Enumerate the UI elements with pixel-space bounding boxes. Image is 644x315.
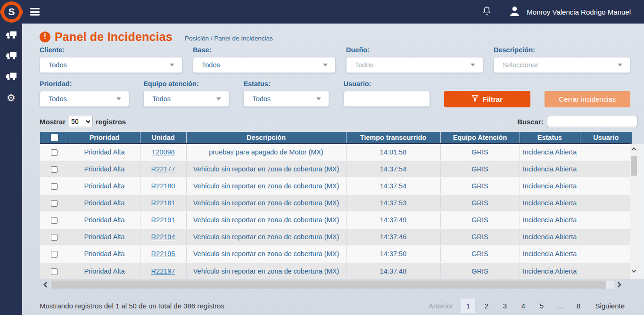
row-checkbox[interactable] — [51, 149, 58, 156]
sidebar-item-vehicles-2[interactable] — [0, 50, 22, 63]
cerrar-button-label: Cerrar incidencias — [559, 95, 616, 103]
cerrar-incidencias-button[interactable]: Cerrar incidencias — [545, 91, 630, 107]
notifications-bell-icon[interactable] — [482, 6, 491, 18]
cell-prioridad: Prioridad Alta — [69, 228, 140, 245]
vertical-scroll-thumb[interactable] — [631, 156, 637, 176]
pagination-previous[interactable]: Anterior — [423, 299, 459, 313]
filter-row-1: Cliente: Todos Base: Todos Dueño: Todos … — [40, 46, 630, 73]
pagination-page[interactable]: 5 — [534, 299, 549, 313]
column-header-prioridad[interactable]: Prioridad — [69, 132, 140, 144]
filter-label-usuario: Usuario: — [344, 80, 430, 88]
table-row[interactable]: Prioridad Alta R22197 Vehículo sin repor… — [40, 262, 632, 279]
row-checkbox[interactable] — [51, 251, 58, 258]
table-edge-strip — [638, 144, 644, 279]
cell-descripcion: Vehículo sin reportar en zona de cobertu… — [186, 161, 346, 178]
cell-descripcion: Vehículo sin reportar en zona de cobertu… — [186, 211, 346, 228]
cell-equipo: GRIS — [440, 228, 520, 245]
table-row[interactable]: Prioridad Alta R22180 Vehículo sin repor… — [40, 178, 632, 194]
unit-link[interactable]: R22181 — [151, 199, 175, 207]
scroll-right-button[interactable] — [614, 280, 625, 289]
pagination-page[interactable]: 8 — [571, 299, 586, 313]
vertical-scrollbar[interactable] — [630, 144, 638, 279]
truck-icon — [6, 31, 17, 41]
unit-link[interactable]: R22194 — [151, 233, 175, 241]
unit-link[interactable]: R22197 — [151, 267, 175, 275]
table-row[interactable]: Prioridad Alta R22195 Vehículo sin repor… — [40, 245, 632, 262]
app-logo[interactable]: S — [1, 1, 22, 23]
column-header-tiempo[interactable]: Tiempo transcurrido — [346, 132, 440, 144]
topbar: S Monroy Valencia Rodrigo Manuel — [0, 0, 644, 24]
pagination-page[interactable]: … — [553, 299, 567, 313]
column-header-descripcion[interactable]: Descripción — [186, 132, 346, 144]
user-avatar-icon[interactable] — [508, 5, 521, 19]
unit-link[interactable]: R22191 — [151, 216, 175, 224]
column-header-equipo[interactable]: Equipo Atención — [440, 132, 520, 144]
search-input[interactable] — [547, 116, 637, 127]
unit-link[interactable]: R22180 — [151, 182, 175, 190]
page-size-select[interactable]: 50 — [69, 116, 92, 127]
filter-label-base: Base: — [193, 46, 336, 54]
unit-link[interactable]: T20098 — [151, 148, 174, 156]
filter-usuario: Usuario: — [344, 80, 430, 107]
sidebar-item-settings[interactable]: ⚙ — [0, 91, 22, 105]
filtrar-button[interactable]: Filtrar — [444, 91, 530, 107]
table-row[interactable]: Prioridad Alta T20098 pruebas para apaga… — [40, 144, 632, 161]
horizontal-scrollbar[interactable] — [40, 280, 625, 289]
horizontal-scroll-track[interactable] — [50, 281, 614, 289]
user-name[interactable]: Monroy Valencia Rodrigo Manuel — [527, 8, 631, 16]
logo-letter: S — [4, 5, 19, 19]
cell-usuario — [580, 178, 632, 194]
unit-link[interactable]: R22195 — [151, 250, 175, 258]
cell-tiempo: 14:37:54 — [346, 161, 440, 178]
row-checkbox[interactable] — [51, 217, 58, 224]
scroll-left-button[interactable] — [40, 280, 50, 289]
row-checkbox[interactable] — [51, 166, 58, 173]
filter-descripcion: Descripción: Seleccionar — [494, 46, 630, 73]
table-row[interactable]: Prioridad Alta R22177 Vehículo sin repor… — [40, 161, 632, 178]
cell-estatus: Incidencia Abierta — [520, 161, 580, 178]
pagination-page[interactable]: 1 — [461, 299, 475, 313]
menu-hamburger-icon[interactable] — [30, 7, 40, 17]
filter-select-dueno[interactable]: Todos — [346, 57, 483, 73]
unit-link[interactable]: R22177 — [151, 165, 175, 173]
filter-select-equipo[interactable]: Todos — [143, 91, 229, 107]
cell-estatus: Incidencia Abierta — [520, 211, 580, 228]
sidebar-item-vehicles-1[interactable] — [0, 29, 22, 42]
incidents-table: Prioridad Unidad Descripción Tiempo tran… — [40, 132, 632, 279]
table-row[interactable]: Prioridad Alta R22194 Vehículo sin repor… — [40, 228, 632, 245]
filter-select-estatus[interactable]: Todos — [243, 91, 329, 107]
cell-unidad: R22180 — [140, 178, 186, 194]
row-select-cell — [40, 228, 69, 245]
sidebar: ⚙ — [0, 24, 22, 315]
filter-label-equipo: Equipo atención: — [143, 80, 229, 88]
row-checkbox[interactable] — [51, 268, 58, 275]
row-checkbox[interactable] — [51, 200, 58, 207]
pagination-next[interactable]: Siguiente — [589, 299, 630, 313]
scroll-up-button[interactable] — [630, 145, 638, 153]
table-row[interactable]: Prioridad Alta R22181 Vehículo sin repor… — [40, 194, 632, 211]
table-row[interactable]: Prioridad Alta R22191 Vehículo sin repor… — [40, 211, 632, 228]
filter-select-cliente[interactable]: Todos — [40, 57, 182, 73]
breadcrumb[interactable]: Posición / Panel de Incidencias — [185, 35, 273, 42]
column-header-usuario[interactable]: Usuario — [580, 132, 632, 144]
column-header-estatus[interactable]: Estatus — [520, 132, 580, 144]
footer-divider — [22, 293, 644, 293]
column-header-unidad[interactable]: Unidad — [140, 132, 186, 144]
scroll-down-button[interactable] — [630, 267, 638, 275]
horizontal-scroll-thumb[interactable] — [51, 281, 606, 289]
pagination-page[interactable]: 3 — [497, 299, 512, 313]
pagination-page[interactable]: 4 — [516, 299, 530, 313]
filter-value-descripcion: Seleccionar — [503, 61, 538, 69]
select-all-checkbox[interactable] — [51, 134, 58, 141]
filter-estatus: Estatus: Todos — [243, 80, 329, 107]
sidebar-item-vehicles-3[interactable] — [0, 71, 22, 84]
pagination-page[interactable]: 2 — [479, 299, 494, 313]
incidents-table-wrap: Prioridad Unidad Descripción Tiempo tran… — [40, 132, 632, 279]
row-checkbox[interactable] — [51, 183, 58, 190]
filter-select-descripcion[interactable]: Seleccionar — [494, 57, 630, 73]
cerrar-col: Cerrar incidencias — [545, 80, 630, 107]
usuario-input[interactable] — [344, 91, 430, 107]
filter-select-prioridad[interactable]: Todos — [40, 91, 129, 107]
filter-select-base[interactable]: Todos — [193, 57, 336, 73]
row-checkbox[interactable] — [51, 234, 58, 241]
